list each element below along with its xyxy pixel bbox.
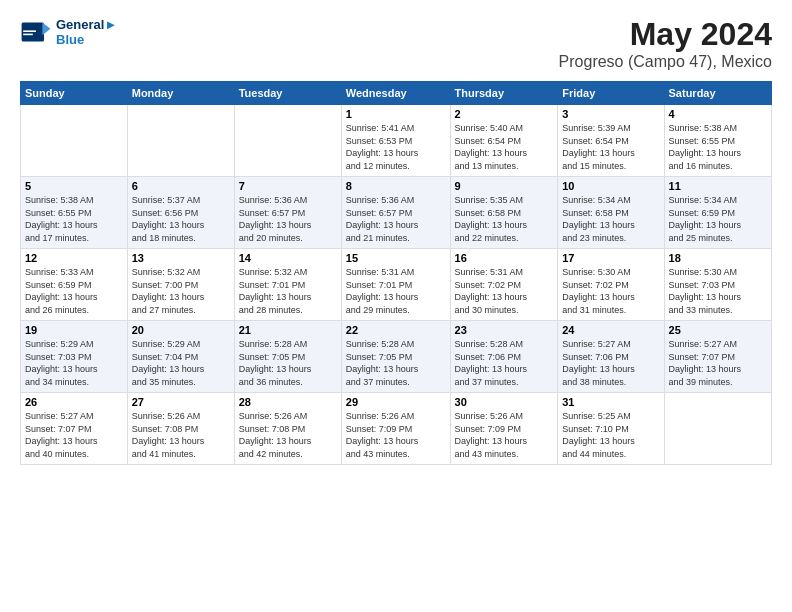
day-info: Sunrise: 5:28 AM Sunset: 7:05 PM Dayligh… (239, 338, 337, 388)
page: General► Blue May 2024 Progreso (Campo 4… (0, 0, 792, 612)
day-number: 14 (239, 252, 337, 264)
day-number: 28 (239, 396, 337, 408)
calendar-week-row: 12Sunrise: 5:33 AM Sunset: 6:59 PM Dayli… (21, 249, 772, 321)
day-number: 27 (132, 396, 230, 408)
day-info: Sunrise: 5:41 AM Sunset: 6:53 PM Dayligh… (346, 122, 446, 172)
col-saturday: Saturday (664, 82, 771, 105)
table-row: 15Sunrise: 5:31 AM Sunset: 7:01 PM Dayli… (341, 249, 450, 321)
svg-rect-2 (23, 30, 36, 32)
col-friday: Friday (558, 82, 664, 105)
table-row: 19Sunrise: 5:29 AM Sunset: 7:03 PM Dayli… (21, 321, 128, 393)
day-number: 7 (239, 180, 337, 192)
day-number: 12 (25, 252, 123, 264)
table-row (234, 105, 341, 177)
table-row: 31Sunrise: 5:25 AM Sunset: 7:10 PM Dayli… (558, 393, 664, 465)
day-number: 8 (346, 180, 446, 192)
table-row (127, 105, 234, 177)
day-info: Sunrise: 5:29 AM Sunset: 7:03 PM Dayligh… (25, 338, 123, 388)
table-row: 13Sunrise: 5:32 AM Sunset: 7:00 PM Dayli… (127, 249, 234, 321)
day-info: Sunrise: 5:27 AM Sunset: 7:07 PM Dayligh… (669, 338, 767, 388)
table-row: 2Sunrise: 5:40 AM Sunset: 6:54 PM Daylig… (450, 105, 558, 177)
table-row: 3Sunrise: 5:39 AM Sunset: 6:54 PM Daylig… (558, 105, 664, 177)
day-number: 21 (239, 324, 337, 336)
logo: General► Blue (20, 16, 117, 48)
col-wednesday: Wednesday (341, 82, 450, 105)
day-number: 22 (346, 324, 446, 336)
day-info: Sunrise: 5:33 AM Sunset: 6:59 PM Dayligh… (25, 266, 123, 316)
table-row: 17Sunrise: 5:30 AM Sunset: 7:02 PM Dayli… (558, 249, 664, 321)
day-number: 31 (562, 396, 659, 408)
day-number: 3 (562, 108, 659, 120)
table-row: 22Sunrise: 5:28 AM Sunset: 7:05 PM Dayli… (341, 321, 450, 393)
day-number: 24 (562, 324, 659, 336)
day-info: Sunrise: 5:34 AM Sunset: 6:58 PM Dayligh… (562, 194, 659, 244)
table-row: 5Sunrise: 5:38 AM Sunset: 6:55 PM Daylig… (21, 177, 128, 249)
table-row: 16Sunrise: 5:31 AM Sunset: 7:02 PM Dayli… (450, 249, 558, 321)
day-info: Sunrise: 5:26 AM Sunset: 7:08 PM Dayligh… (239, 410, 337, 460)
day-info: Sunrise: 5:29 AM Sunset: 7:04 PM Dayligh… (132, 338, 230, 388)
table-row: 11Sunrise: 5:34 AM Sunset: 6:59 PM Dayli… (664, 177, 771, 249)
calendar-week-row: 19Sunrise: 5:29 AM Sunset: 7:03 PM Dayli… (21, 321, 772, 393)
day-info: Sunrise: 5:32 AM Sunset: 7:00 PM Dayligh… (132, 266, 230, 316)
day-number: 13 (132, 252, 230, 264)
table-row: 28Sunrise: 5:26 AM Sunset: 7:08 PM Dayli… (234, 393, 341, 465)
calendar-table: Sunday Monday Tuesday Wednesday Thursday… (20, 81, 772, 465)
table-row: 12Sunrise: 5:33 AM Sunset: 6:59 PM Dayli… (21, 249, 128, 321)
day-info: Sunrise: 5:26 AM Sunset: 7:09 PM Dayligh… (455, 410, 554, 460)
subtitle: Progreso (Campo 47), Mexico (559, 53, 772, 71)
table-row: 10Sunrise: 5:34 AM Sunset: 6:58 PM Dayli… (558, 177, 664, 249)
title-area: May 2024 Progreso (Campo 47), Mexico (559, 16, 772, 71)
day-info: Sunrise: 5:30 AM Sunset: 7:02 PM Dayligh… (562, 266, 659, 316)
table-row: 24Sunrise: 5:27 AM Sunset: 7:06 PM Dayli… (558, 321, 664, 393)
day-info: Sunrise: 5:36 AM Sunset: 6:57 PM Dayligh… (239, 194, 337, 244)
day-number: 23 (455, 324, 554, 336)
day-number: 2 (455, 108, 554, 120)
day-number: 30 (455, 396, 554, 408)
table-row: 18Sunrise: 5:30 AM Sunset: 7:03 PM Dayli… (664, 249, 771, 321)
day-number: 1 (346, 108, 446, 120)
table-row: 20Sunrise: 5:29 AM Sunset: 7:04 PM Dayli… (127, 321, 234, 393)
table-row: 4Sunrise: 5:38 AM Sunset: 6:55 PM Daylig… (664, 105, 771, 177)
day-number: 5 (25, 180, 123, 192)
calendar-header-row: Sunday Monday Tuesday Wednesday Thursday… (21, 82, 772, 105)
day-number: 18 (669, 252, 767, 264)
table-row: 23Sunrise: 5:28 AM Sunset: 7:06 PM Dayli… (450, 321, 558, 393)
day-number: 15 (346, 252, 446, 264)
table-row: 1Sunrise: 5:41 AM Sunset: 6:53 PM Daylig… (341, 105, 450, 177)
day-number: 20 (132, 324, 230, 336)
day-info: Sunrise: 5:38 AM Sunset: 6:55 PM Dayligh… (25, 194, 123, 244)
day-info: Sunrise: 5:34 AM Sunset: 6:59 PM Dayligh… (669, 194, 767, 244)
table-row: 8Sunrise: 5:36 AM Sunset: 6:57 PM Daylig… (341, 177, 450, 249)
day-info: Sunrise: 5:27 AM Sunset: 7:06 PM Dayligh… (562, 338, 659, 388)
day-info: Sunrise: 5:25 AM Sunset: 7:10 PM Dayligh… (562, 410, 659, 460)
col-thursday: Thursday (450, 82, 558, 105)
day-info: Sunrise: 5:40 AM Sunset: 6:54 PM Dayligh… (455, 122, 554, 172)
day-number: 11 (669, 180, 767, 192)
day-number: 29 (346, 396, 446, 408)
day-info: Sunrise: 5:31 AM Sunset: 7:02 PM Dayligh… (455, 266, 554, 316)
logo-text: General► Blue (56, 17, 117, 47)
svg-rect-3 (23, 34, 33, 36)
day-info: Sunrise: 5:37 AM Sunset: 6:56 PM Dayligh… (132, 194, 230, 244)
day-number: 6 (132, 180, 230, 192)
logo-icon (20, 16, 52, 48)
calendar-week-row: 1Sunrise: 5:41 AM Sunset: 6:53 PM Daylig… (21, 105, 772, 177)
header: General► Blue May 2024 Progreso (Campo 4… (20, 16, 772, 71)
svg-marker-1 (42, 22, 50, 35)
day-number: 9 (455, 180, 554, 192)
col-monday: Monday (127, 82, 234, 105)
main-title: May 2024 (559, 16, 772, 53)
day-info: Sunrise: 5:35 AM Sunset: 6:58 PM Dayligh… (455, 194, 554, 244)
day-number: 26 (25, 396, 123, 408)
day-info: Sunrise: 5:38 AM Sunset: 6:55 PM Dayligh… (669, 122, 767, 172)
day-info: Sunrise: 5:32 AM Sunset: 7:01 PM Dayligh… (239, 266, 337, 316)
table-row: 14Sunrise: 5:32 AM Sunset: 7:01 PM Dayli… (234, 249, 341, 321)
day-info: Sunrise: 5:30 AM Sunset: 7:03 PM Dayligh… (669, 266, 767, 316)
table-row: 26Sunrise: 5:27 AM Sunset: 7:07 PM Dayli… (21, 393, 128, 465)
calendar-week-row: 5Sunrise: 5:38 AM Sunset: 6:55 PM Daylig… (21, 177, 772, 249)
day-info: Sunrise: 5:36 AM Sunset: 6:57 PM Dayligh… (346, 194, 446, 244)
col-sunday: Sunday (21, 82, 128, 105)
col-tuesday: Tuesday (234, 82, 341, 105)
day-number: 25 (669, 324, 767, 336)
day-number: 17 (562, 252, 659, 264)
